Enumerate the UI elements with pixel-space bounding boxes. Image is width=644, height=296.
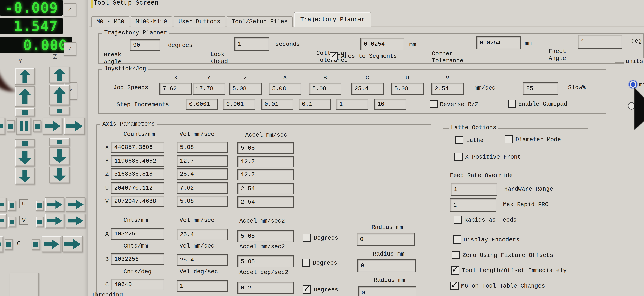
b-accel-input[interactable]: 5.08: [238, 256, 294, 268]
zero-axis-1-button[interactable]: Z: [64, 3, 76, 16]
jog-x-plus-step-button[interactable]: [33, 120, 41, 132]
v-accel-input[interactable]: 2.54: [238, 196, 294, 208]
step-increment-2-input[interactable]: 0.001: [223, 99, 255, 110]
enable-gamepad-checkbox[interactable]: [508, 100, 516, 108]
diameter-mode-checkbox[interactable]: [504, 135, 513, 144]
a-radius-input[interactable]: 0: [356, 233, 415, 246]
jog-c-minus-step-button[interactable]: [4, 239, 13, 250]
jog-z-minus-step-button[interactable]: [50, 138, 70, 146]
jog-y-plus-slow-button[interactable]: [15, 86, 35, 107]
a-accel-input[interactable]: 5.08: [238, 230, 294, 242]
look-ahead-input[interactable]: 1: [234, 37, 269, 51]
jog-speed-y-input[interactable]: 17.78: [192, 83, 225, 95]
jog-c-minus-fast-button[interactable]: [0, 236, 3, 252]
step-increment-6-input[interactable]: 10: [374, 99, 406, 110]
jog-z-plus-fast-button[interactable]: [50, 67, 70, 83]
jog-z-plus-slow-button[interactable]: [50, 85, 70, 105]
x-accel-input[interactable]: 5.08: [238, 142, 294, 154]
z-vel-input[interactable]: 25.4: [176, 168, 228, 180]
arcs-to-segments-checkbox[interactable]: [330, 52, 338, 60]
jog-x-minus-step-button[interactable]: [7, 120, 15, 132]
collinear-tolerance-input[interactable]: 0.0254: [360, 38, 404, 50]
step-increment-1-input[interactable]: 0.0001: [186, 99, 218, 110]
c-degrees-checkbox[interactable]: [303, 286, 311, 294]
jog-speed-u-input[interactable]: 5.08: [391, 83, 424, 95]
b-degrees-checkbox[interactable]: [302, 259, 310, 267]
jog-u-minus-step-button[interactable]: [8, 200, 16, 211]
z-accel-input[interactable]: 12.7: [238, 169, 294, 180]
slow-percent-input[interactable]: 25: [523, 82, 558, 95]
c-vel-input[interactable]: 1: [176, 280, 228, 292]
jog-speed-v-input[interactable]: 2.54: [431, 83, 464, 95]
zero-axis-2-button[interactable]: Z: [64, 42, 76, 56]
jog-z-plus-step-button[interactable]: [50, 107, 70, 115]
step-increment-5-input[interactable]: 1: [336, 99, 368, 110]
jog-y-minus-slow-button[interactable]: [15, 149, 35, 166]
a-degrees-checkbox[interactable]: [303, 234, 311, 242]
jog-c-plus-fast-button[interactable]: [62, 236, 82, 252]
y-vel-input[interactable]: 12.7: [176, 155, 228, 167]
jog-y-plus-fast-button[interactable]: [15, 68, 35, 85]
u-accel-input[interactable]: 2.54: [238, 183, 294, 194]
a-vel-input[interactable]: 25.4: [176, 229, 228, 240]
u-counts-input[interactable]: 2040770.112: [111, 182, 164, 194]
b-vel-input[interactable]: 25.4: [176, 254, 228, 266]
b-counts-input[interactable]: 1032256: [111, 253, 164, 265]
jog-v-minus-fast-button[interactable]: [0, 214, 6, 228]
jog-y-minus-step-button[interactable]: [15, 139, 35, 147]
tab-m0-m30[interactable]: M0 - M30: [92, 16, 129, 27]
tab-user-buttons[interactable]: User Buttons: [174, 16, 226, 27]
x-counts-input[interactable]: 440857.3606: [111, 142, 164, 153]
facet-angle-input[interactable]: 1: [578, 34, 622, 49]
jog-u-plus-slow-button[interactable]: [45, 197, 64, 212]
rapids-as-feeds-checkbox[interactable]: [454, 216, 462, 224]
y-counts-input[interactable]: 1196686.4052: [111, 155, 164, 167]
c-accel-input[interactable]: 0.2: [238, 282, 294, 294]
a-counts-input[interactable]: 1032256: [111, 228, 164, 240]
jog-speed-c-input[interactable]: 25.4: [351, 83, 384, 95]
tool-length-offset-immediately-checkbox[interactable]: [451, 266, 459, 275]
max-rapid-fro-input[interactable]: 1: [450, 198, 496, 212]
m6-on-tool-table-changes-checkbox[interactable]: [450, 282, 459, 290]
jog-z-minus-slow-button[interactable]: [50, 148, 70, 165]
jog-c-plus-step-button[interactable]: [32, 239, 40, 250]
step-increment-3-input[interactable]: 0.01: [261, 99, 293, 110]
jog-speed-b-input[interactable]: 5.08: [309, 83, 342, 95]
break-angle-input[interactable]: 90: [130, 39, 160, 51]
tab-tool-setup-files[interactable]: Tool/Setup Files: [227, 16, 292, 27]
jog-v-plus-fast-button[interactable]: [66, 214, 86, 228]
lathe-checkbox[interactable]: [455, 136, 463, 144]
c-counts-input[interactable]: 40640: [111, 279, 164, 290]
jog-v-plus-slow-button[interactable]: [45, 214, 64, 228]
x-vel-input[interactable]: 5.08: [176, 142, 228, 153]
jog-extra-button[interactable]: [10, 273, 39, 296]
corner-tolerance-input[interactable]: 0.0254: [476, 36, 521, 49]
jog-x-plus-fast-button[interactable]: [64, 118, 85, 135]
c-radius-input[interactable]: 0: [358, 287, 416, 296]
jog-speed-x-input[interactable]: 7.62: [160, 83, 192, 95]
jog-u-plus-step-button[interactable]: [36, 200, 44, 211]
v-vel-input[interactable]: 5.08: [176, 196, 228, 207]
display-encoders-checkbox[interactable]: [453, 235, 461, 244]
hardware-range-input[interactable]: 1: [450, 183, 497, 196]
y-accel-input[interactable]: 12.7: [238, 156, 294, 167]
jog-y-plus-step-button[interactable]: [15, 108, 35, 117]
z-counts-input[interactable]: 3168336.818: [111, 168, 164, 180]
jog-speed-a-input[interactable]: 5.08: [269, 83, 301, 95]
tab-m100-m119[interactable]: M100-M119: [131, 16, 172, 27]
jog-u-plus-fast-button[interactable]: [66, 197, 86, 212]
v-counts-input[interactable]: 2072047.4688: [111, 196, 164, 207]
jog-y-minus-fast-button[interactable]: [15, 168, 35, 184]
reverse-rz-checkbox[interactable]: [430, 100, 438, 108]
x-positive-front-checkbox[interactable]: [454, 152, 462, 161]
jog-c-plus-slow-button[interactable]: [42, 236, 61, 252]
tab-trajectory-planner[interactable]: Trajectory Planner: [294, 12, 372, 27]
jog-x-minus-fast-button[interactable]: [0, 118, 5, 135]
jog-v-minus-step-button[interactable]: [8, 217, 16, 227]
jog-u-minus-fast-button[interactable]: [0, 198, 6, 212]
zero-using-fixture-offsets-checkbox[interactable]: [452, 251, 460, 259]
u-vel-input[interactable]: 7.62: [176, 182, 228, 194]
step-increment-4-input[interactable]: 0.1: [298, 99, 331, 110]
jog-pause-button[interactable]: [16, 118, 31, 135]
jog-x-plus-slow-button[interactable]: [43, 118, 62, 135]
